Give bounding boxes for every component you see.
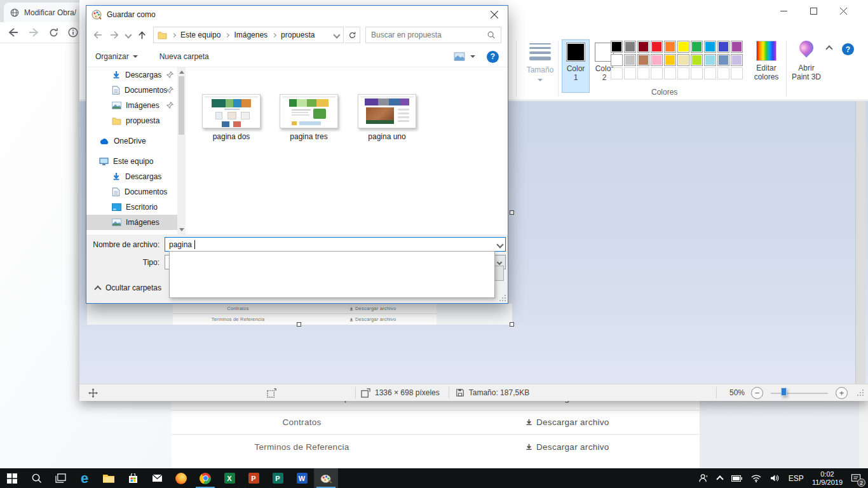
sidebar-item-descargas[interactable]: Descargas	[86, 169, 177, 184]
clock[interactable]: 0:0211/9/2019	[808, 468, 846, 488]
window-resize-grip[interactable]	[857, 389, 864, 396]
search-input[interactable]: Buscar en propuesta	[365, 27, 501, 43]
zoom-slider-thumb[interactable]	[781, 388, 787, 396]
palette-swatch[interactable]	[624, 41, 636, 53]
palette-swatch[interactable]	[637, 54, 649, 66]
language-indicator[interactable]: ESP	[784, 468, 808, 488]
palette-swatch-empty[interactable]	[677, 67, 689, 79]
paint-scrollbar[interactable]	[855, 101, 865, 384]
palette-swatch[interactable]	[704, 54, 716, 66]
selection-handle-bottom[interactable]	[297, 322, 301, 327]
palette-swatch[interactable]	[664, 41, 676, 53]
paint-help-button[interactable]: ?	[842, 43, 854, 55]
palette-swatch[interactable]	[717, 54, 729, 66]
palette-swatch[interactable]	[731, 41, 743, 53]
selection-handle-right[interactable]	[510, 210, 514, 215]
sidebar-item-imagenes[interactable]: Imágenes	[86, 215, 177, 230]
taskbar-paint-icon[interactable]	[314, 468, 338, 488]
palette-swatch[interactable]	[651, 54, 663, 66]
selection-handle-corner[interactable]	[510, 322, 514, 327]
taskbar-word-icon[interactable]: W	[290, 468, 314, 488]
zoom-out-button[interactable]: −	[751, 387, 763, 399]
palette-swatch[interactable]	[611, 54, 623, 66]
file-item-pagina-tres[interactable]: pagina tres	[270, 94, 348, 141]
taskbar-powerpoint-icon[interactable]: P	[241, 468, 266, 488]
nav-back-icon[interactable]	[93, 30, 103, 39]
taskbar-file-explorer-icon[interactable]	[97, 468, 121, 488]
palette-swatch-empty[interactable]	[731, 67, 743, 79]
nav-history-chevron-icon[interactable]	[126, 32, 131, 37]
open-paint3d-button[interactable]: AbrirPaint 3D	[790, 39, 823, 81]
palette-swatch[interactable]	[691, 41, 703, 53]
palette-swatch[interactable]	[651, 41, 663, 53]
size-button[interactable]: Tamaño	[522, 39, 558, 83]
view-mode-icon[interactable]	[454, 52, 465, 61]
palette-swatch-empty[interactable]	[691, 67, 703, 79]
taskbar-search-button[interactable]	[24, 468, 48, 488]
action-center-button[interactable]: 2	[846, 468, 865, 488]
breadcrumb[interactable]: Este equipo Imágenes propuesta	[153, 27, 344, 43]
taskbar-publisher-icon[interactable]: P	[266, 468, 290, 488]
battery-icon[interactable]	[727, 468, 747, 488]
sidebar-scrollbar[interactable]	[177, 67, 186, 234]
breadcrumb-dropdown-icon[interactable]	[333, 31, 340, 38]
refresh-button[interactable]	[345, 27, 360, 43]
page-info-icon[interactable]	[68, 27, 78, 37]
breadcrumb-item[interactable]: Imágenes	[234, 30, 268, 39]
palette-swatch[interactable]	[624, 54, 636, 66]
people-icon[interactable]: x	[694, 468, 713, 488]
nav-up-icon[interactable]	[137, 30, 147, 40]
reload-icon[interactable]	[48, 27, 59, 38]
palette-swatch[interactable]	[717, 41, 729, 53]
filename-input[interactable]: pagina	[165, 237, 506, 252]
breadcrumb-item[interactable]: propuesta	[281, 30, 315, 39]
color1-button[interactable]: Color1	[562, 39, 590, 93]
taskbar-store-icon[interactable]	[121, 468, 145, 488]
palette-swatch-empty[interactable]	[704, 67, 716, 79]
sidebar-item-documentos[interactable]: Documentos	[86, 184, 177, 200]
palette-swatch-empty[interactable]	[624, 67, 636, 79]
palette-swatch-empty[interactable]	[664, 67, 676, 79]
close-button[interactable]	[834, 5, 853, 17]
file-item-pagina-dos[interactable]: pagina dos	[193, 94, 270, 141]
hidden-icons-chevron[interactable]	[713, 468, 727, 488]
start-button[interactable]	[0, 468, 24, 488]
palette-swatch-empty[interactable]	[717, 67, 729, 79]
view-mode-dropdown-icon[interactable]	[470, 55, 475, 58]
palette-swatch[interactable]	[704, 41, 716, 53]
hide-folders-button[interactable]: Ocultar carpetas	[95, 283, 161, 292]
taskbar-edge-icon[interactable]: e	[72, 468, 97, 488]
palette-swatch[interactable]	[677, 41, 689, 53]
task-view-button[interactable]	[48, 468, 72, 488]
palette-swatch[interactable]	[664, 54, 676, 66]
palette-swatch[interactable]	[677, 54, 689, 66]
taskbar-mail-icon[interactable]	[145, 468, 169, 488]
dialog-close-button[interactable]	[484, 7, 505, 22]
forward-icon[interactable]	[28, 27, 39, 37]
download-link[interactable]: Descargar archivo	[432, 417, 700, 427]
palette-swatch[interactable]	[611, 41, 623, 53]
sidebar-item-documentos[interactable]: Documentos	[86, 83, 177, 98]
edit-colors-button[interactable]: Editarcolores	[752, 39, 781, 81]
sidebar-item-escritorio[interactable]: Escritorio	[86, 200, 177, 215]
sidebar-item-este-equipo[interactable]: Este equipo	[86, 154, 177, 169]
minimize-button[interactable]	[774, 5, 793, 17]
browser-scrollbar[interactable]	[859, 400, 868, 468]
taskbar-excel-icon[interactable]: X	[217, 468, 241, 488]
zoom-in-button[interactable]: +	[836, 387, 848, 399]
zoom-slider[interactable]	[771, 387, 828, 399]
wifi-icon[interactable]	[747, 468, 766, 488]
scroll-up-icon[interactable]	[179, 71, 184, 74]
download-link[interactable]: Descargar archivo	[432, 442, 700, 452]
dialog-help-button[interactable]: ?	[487, 51, 499, 63]
palette-swatch[interactable]	[691, 54, 703, 66]
organize-button[interactable]: Organizar	[95, 52, 138, 61]
palette-swatch-empty[interactable]	[611, 67, 623, 79]
sidebar-item-onedrive[interactable]: OneDrive	[86, 133, 177, 149]
new-folder-button[interactable]: Nueva carpeta	[159, 52, 209, 61]
sidebar-item-descargas[interactable]: Descargas	[86, 67, 177, 83]
taskbar-chrome-icon[interactable]	[193, 468, 217, 488]
scroll-down-icon[interactable]	[179, 228, 184, 231]
palette-swatch-empty[interactable]	[651, 67, 663, 79]
maximize-button[interactable]	[804, 5, 823, 17]
